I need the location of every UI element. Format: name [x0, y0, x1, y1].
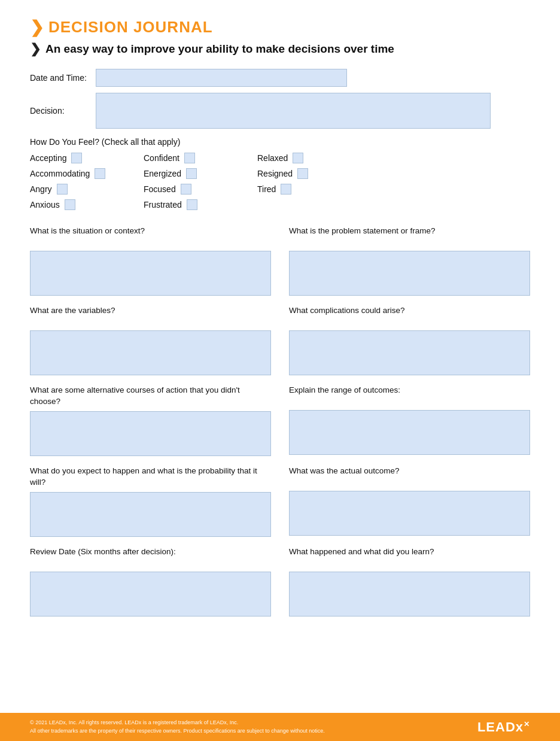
accommodating-label: Accommodating	[30, 169, 90, 178]
logo-mark: ✕	[524, 719, 530, 728]
focused-checkbox[interactable]	[181, 184, 191, 195]
question-problem: What is the problem statement or frame?	[289, 226, 530, 296]
checkbox-confident[interactable]: Confident	[144, 153, 239, 163]
alternatives-label: What are some alternative courses of act…	[30, 385, 271, 408]
confident-checkbox[interactable]	[184, 153, 195, 163]
checkbox-col-3: Relaxed Resigned Tired	[257, 153, 353, 215]
review-date-answer[interactable]	[30, 572, 271, 617]
anxious-checkbox[interactable]	[65, 199, 75, 210]
anxious-label: Anxious	[30, 200, 60, 209]
question-actual: What was the actual outcome?	[289, 466, 530, 537]
angry-label: Angry	[30, 184, 52, 194]
black-chevron-icon: ❯	[30, 41, 41, 57]
orange-chevron-icon: ❯	[30, 19, 44, 36]
tired-label: Tired	[257, 184, 276, 194]
question-alternatives: What are some alternative courses of act…	[30, 385, 271, 456]
checkbox-col-2: Confident Energized Focused Frustrated	[144, 153, 239, 215]
question-expectations: What do you expect to happen and what is…	[30, 466, 271, 537]
accommodating-checkbox[interactable]	[95, 168, 105, 179]
checkbox-focused[interactable]: Focused	[144, 184, 239, 195]
problem-answer[interactable]	[289, 251, 530, 296]
problem-label: What is the problem statement or frame?	[289, 226, 530, 247]
footer-text: © 2021 LEADx, Inc. All rights reserved. …	[30, 719, 325, 735]
frustrated-label: Frustrated	[144, 200, 182, 209]
checkboxes-area: Accepting Accommodating Angry Anxious Co…	[30, 153, 530, 215]
confident-label: Confident	[144, 153, 179, 163]
checkbox-anxious[interactable]: Anxious	[30, 199, 126, 210]
page-subtitle: An easy way to improve your ability to m…	[45, 42, 394, 56]
checkbox-frustrated[interactable]: Frustrated	[144, 199, 239, 210]
actual-label: What was the actual outcome?	[289, 466, 530, 487]
expectations-label: What do you expect to happen and what is…	[30, 466, 271, 488]
focused-label: Focused	[144, 184, 176, 194]
energized-label: Energized	[144, 169, 181, 178]
situation-answer[interactable]	[30, 251, 271, 296]
date-label: Date and Time:	[30, 73, 96, 83]
frustrated-checkbox[interactable]	[187, 199, 197, 210]
situation-label: What is the situation or context?	[30, 226, 271, 247]
relaxed-label: Relaxed	[257, 153, 288, 163]
question-learned: What happened and what did you learn?	[289, 546, 530, 617]
review-date-label: Review Date (Six months after decision):	[30, 546, 271, 568]
checkbox-resigned[interactable]: Resigned	[257, 168, 353, 179]
checkbox-accepting[interactable]: Accepting	[30, 153, 126, 163]
learned-answer[interactable]	[289, 572, 530, 617]
question-situation: What is the situation or context?	[30, 226, 271, 296]
angry-checkbox[interactable]	[57, 184, 68, 195]
question-variables: What are the variables?	[30, 305, 271, 375]
checkbox-accommodating[interactable]: Accommodating	[30, 168, 126, 179]
feel-label: How Do You Feel? (Check all that apply)	[30, 137, 530, 147]
checkbox-col-1: Accepting Accommodating Angry Anxious	[30, 153, 126, 215]
footer: © 2021 LEADx, Inc. All rights reserved. …	[0, 713, 560, 741]
decision-input[interactable]	[96, 93, 491, 129]
outcomes-label: Explain the range of outcomes:	[289, 385, 530, 406]
question-review-date: Review Date (Six months after decision):	[30, 546, 271, 617]
question-outcomes: Explain the range of outcomes:	[289, 385, 530, 456]
accepting-label: Accepting	[30, 153, 66, 163]
resigned-checkbox[interactable]	[297, 168, 308, 179]
date-input[interactable]	[96, 69, 347, 87]
learned-label: What happened and what did you learn?	[289, 546, 530, 568]
alternatives-answer[interactable]	[30, 411, 271, 456]
question-complications: What complications could arise?	[289, 305, 530, 375]
accepting-checkbox[interactable]	[71, 153, 82, 163]
expectations-answer[interactable]	[30, 492, 271, 537]
complications-answer[interactable]	[289, 330, 530, 375]
complications-label: What complications could arise?	[289, 305, 530, 327]
energized-checkbox[interactable]	[186, 168, 197, 179]
variables-answer[interactable]	[30, 330, 271, 375]
footer-copyright: © 2021 LEADx, Inc. All rights reserved. …	[30, 719, 325, 727]
outcomes-answer[interactable]	[289, 410, 530, 455]
footer-trademark: All other trademarks are the property of…	[30, 727, 325, 736]
checkbox-energized[interactable]: Energized	[144, 168, 239, 179]
resigned-label: Resigned	[257, 169, 293, 178]
decision-label: Decision:	[30, 106, 96, 116]
checkbox-tired[interactable]: Tired	[257, 184, 353, 195]
tired-checkbox[interactable]	[281, 184, 291, 195]
relaxed-checkbox[interactable]	[293, 153, 303, 163]
page-title: DECISION JOURNAL	[48, 18, 213, 37]
checkbox-relaxed[interactable]: Relaxed	[257, 153, 353, 163]
actual-answer[interactable]	[289, 491, 530, 536]
variables-label: What are the variables?	[30, 305, 271, 327]
questions-grid: What is the situation or context? What i…	[30, 226, 530, 617]
checkbox-angry[interactable]: Angry	[30, 184, 126, 195]
footer-logo: LEADx✕	[477, 719, 530, 735]
